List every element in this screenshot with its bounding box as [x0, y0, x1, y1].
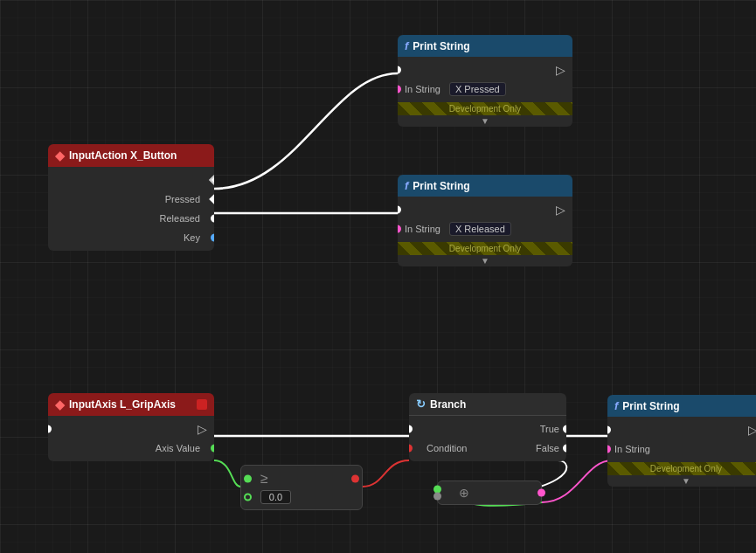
blend-icon: ⊕ — [459, 486, 469, 500]
in-string-row-2: In String X Released — [398, 219, 572, 238]
node-print-string-2-body: ▷ In String X Released — [398, 197, 572, 242]
condition-label: Condition — [427, 443, 467, 453]
node-print-string-2: f Print String ▷ In String X Released De… — [398, 175, 572, 266]
string-value-1: X Pressed — [449, 82, 506, 96]
dev-only-chevron-1: ▼ — [398, 115, 572, 127]
node-input-axis-header: ◆ InputAxis L_GripAxis — [48, 393, 214, 416]
exec-row-3: ▷ — [607, 420, 756, 439]
exec-row-2: ▷ — [398, 200, 572, 219]
red-square-icon — [197, 399, 207, 410]
node-print-string-1-header: f Print String — [398, 35, 572, 57]
node-print-string-2-title: Print String — [413, 180, 469, 192]
exec-out-row — [48, 170, 214, 190]
dev-only-label-3: Development Only — [650, 464, 722, 474]
function-icon-1: f — [405, 39, 408, 52]
dev-only-bar-1: Development Only — [398, 102, 572, 115]
compare-top-row: ≥ — [248, 471, 355, 487]
node-input-axis-body: ▷ Axis Value — [48, 416, 214, 461]
exec-out-arrow-3: ▷ — [748, 423, 756, 437]
pressed-row: Pressed — [48, 190, 214, 209]
node-print-string-3: f Print String ▷ In String Development O… — [607, 395, 756, 487]
condition-false-row: Condition False — [409, 439, 566, 458]
pressed-label: Pressed — [165, 194, 200, 204]
function-icon-3: f — [614, 399, 618, 412]
in-string-row-3: In String — [607, 439, 756, 459]
key-row: Key — [48, 228, 214, 247]
node-print-string-1-title: Print String — [413, 40, 469, 52]
refresh-icon: ↻ — [416, 397, 426, 411]
dev-only-label-2: Development Only — [449, 244, 521, 253]
axis-value-label: Axis Value — [156, 443, 200, 453]
diamond-icon: ◆ — [55, 149, 65, 162]
dev-only-bar-2: Development Only — [398, 242, 572, 255]
node-branch-header: ↻ Branch — [409, 393, 566, 416]
float-value: 0.0 — [260, 490, 291, 504]
released-row: Released — [48, 209, 214, 228]
node-print-string-2-header: f Print String — [398, 175, 572, 197]
node-input-action-x-button: ◆ InputAction X_Button Pressed Released … — [48, 144, 214, 251]
node-blend: ⊕ — [437, 480, 542, 505]
compare-icon: ≥ — [260, 471, 268, 487]
node-input-axis-lgripaxis: ◆ InputAxis L_GripAxis ▷ Axis Value — [48, 393, 214, 461]
exec-out-row-axis: ▷ — [48, 419, 214, 439]
node-branch-body: True Condition False — [409, 416, 566, 461]
dev-only-bar-3: Development Only — [607, 462, 756, 475]
true-label: True — [540, 424, 559, 434]
dev-only-chevron-3: ▼ — [607, 475, 756, 487]
in-string-row-1: In String X Pressed — [398, 79, 572, 99]
node-input-action-body: Pressed Released Key — [48, 167, 214, 251]
exec-true-row: True — [409, 419, 566, 439]
node-print-string-3-header: f Print String — [607, 395, 756, 417]
node-input-axis-title: InputAxis L_GripAxis — [69, 398, 176, 411]
exec-out-arrow-1: ▷ — [556, 63, 565, 77]
diamond-icon-2: ◆ — [55, 397, 65, 411]
released-label: Released — [160, 213, 200, 224]
dev-only-chevron-2: ▼ — [398, 255, 572, 266]
node-compare-float: ≥ 0.0 — [240, 465, 363, 510]
function-icon-2: f — [405, 179, 408, 192]
dev-only-label-1: Development Only — [449, 104, 521, 114]
node-print-string-3-title: Print String — [622, 400, 679, 412]
compare-bottom-row: 0.0 — [248, 490, 355, 504]
axis-value-row: Axis Value — [48, 439, 214, 458]
node-print-string-3-body: ▷ In String — [607, 417, 756, 462]
key-label: Key — [184, 232, 200, 243]
in-string-label-3: In String — [614, 444, 650, 454]
exec-row-1: ▷ — [398, 60, 572, 79]
false-label: False — [536, 443, 559, 453]
in-string-label-2: In String — [405, 224, 440, 234]
node-input-action-header: ◆ InputAction X_Button — [48, 144, 214, 167]
exec-out-arrow-2: ▷ — [556, 203, 565, 217]
in-string-label-1: In String — [405, 84, 440, 94]
exec-out-arrow-axis: ▷ — [198, 422, 207, 436]
node-print-string-1-body: ▷ In String X Pressed — [398, 57, 572, 102]
node-branch-title: Branch — [430, 398, 466, 411]
node-input-action-title: InputAction X_Button — [69, 149, 177, 162]
node-branch: ↻ Branch True Condition False — [409, 393, 566, 461]
node-print-string-1: f Print String ▷ In String X Pressed Dev… — [398, 35, 572, 127]
string-value-2: X Released — [449, 222, 511, 236]
